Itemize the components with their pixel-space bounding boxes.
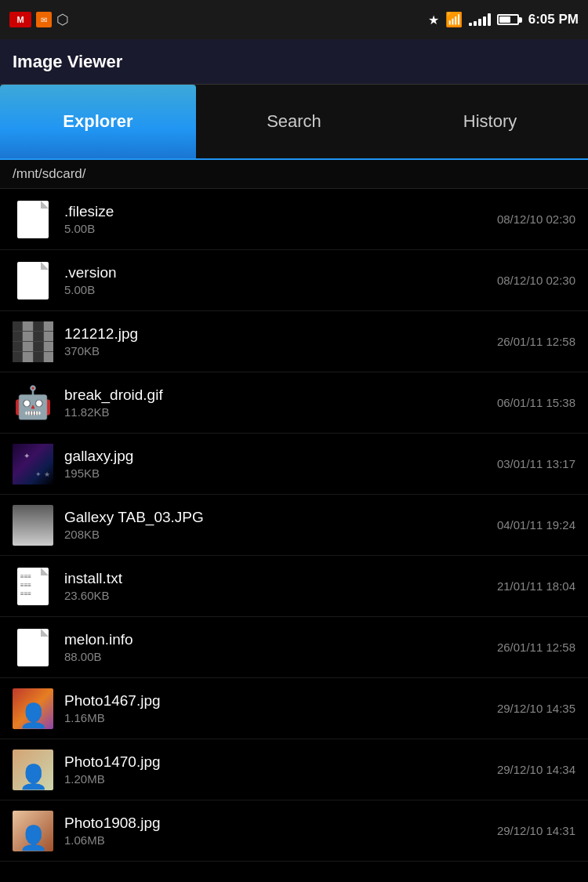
- file-info: Photo1908.jpg 1.06MB: [64, 815, 497, 847]
- file-name: gallaxy.jpg: [64, 448, 497, 465]
- app-title: Image Viewer: [13, 52, 122, 72]
- tab-search[interactable]: Search: [196, 85, 392, 158]
- list-item[interactable]: install.txt 23.60KB 21/01/11 18:04: [0, 556, 588, 617]
- file-name: break_droid.gif: [64, 387, 497, 404]
- file-size: 370KB: [64, 344, 497, 358]
- file-size: 5.00B: [64, 222, 497, 235]
- file-date: 26/01/11 12:58: [497, 641, 575, 654]
- status-right-icons: ★ 📶 6:05 PM: [428, 11, 579, 28]
- file-size: 88.00B: [64, 650, 497, 663]
- signal-icon: [469, 13, 491, 26]
- file-date: 08/12/10 02:30: [497, 274, 575, 287]
- image-thumbnail: [13, 750, 53, 790]
- list-item[interactable]: Gallexy TAB_03.JPG 208KB 04/01/11 19:24: [0, 495, 588, 556]
- file-thumb: [13, 321, 53, 362]
- file-thumb: [13, 444, 53, 485]
- list-item[interactable]: gallaxy.jpg 195KB 03/01/11 13:17: [0, 434, 588, 495]
- image-thumbnail: [13, 321, 53, 362]
- status-left-icons: M ✉ ⬡: [9, 11, 69, 28]
- file-date: 26/01/11 12:58: [497, 335, 575, 348]
- file-thumb: [13, 260, 53, 301]
- status-time: 6:05 PM: [528, 12, 579, 27]
- file-name: Gallexy TAB_03.JPG: [64, 509, 497, 526]
- current-path: /mnt/sdcard/: [13, 166, 86, 181]
- file-info: 121212.jpg 370KB: [64, 325, 497, 358]
- file-date: 29/12/10 14:31: [497, 824, 575, 837]
- file-name: .version: [64, 264, 497, 281]
- bluetooth-icon: ★: [428, 13, 439, 27]
- image-thumbnail: [13, 811, 53, 851]
- file-size: 208KB: [64, 528, 497, 541]
- file-name: Photo1908.jpg: [64, 815, 497, 832]
- file-name: 121212.jpg: [64, 325, 497, 343]
- tab-bar: Explorer Search History: [0, 85, 588, 160]
- file-size: 11.82KB: [64, 405, 497, 419]
- file-name: install.txt: [64, 570, 497, 587]
- file-date: 06/01/11 15:38: [497, 396, 575, 409]
- file-thumb: [13, 505, 53, 546]
- file-info: break_droid.gif 11.82KB: [64, 387, 497, 419]
- wifi-icon: 📶: [445, 11, 463, 28]
- email-icon: ✉: [36, 12, 52, 27]
- list-item[interactable]: melon.info 88.00B 26/01/11 12:58: [0, 617, 588, 678]
- title-bar: Image Viewer: [0, 39, 588, 85]
- list-item[interactable]: Photo1470.jpg 1.20MB 29/12/10 14:34: [0, 739, 588, 800]
- status-bar: M ✉ ⬡ ★ 📶 6:05 PM: [0, 0, 588, 39]
- gmail-icon: M: [9, 12, 31, 27]
- file-size: 23.60KB: [64, 589, 497, 602]
- file-thumb: [13, 199, 53, 240]
- file-date: 04/01/11 19:24: [497, 518, 575, 532]
- file-size: 5.00B: [64, 283, 497, 296]
- txt-file-icon: [17, 568, 49, 605]
- image-thumbnail: [13, 505, 53, 546]
- generic-file-icon: [17, 262, 49, 299]
- file-date: 29/12/10 14:35: [497, 702, 575, 715]
- file-name: Photo1467.jpg: [64, 692, 497, 710]
- file-thumb: [13, 566, 53, 607]
- path-bar: /mnt/sdcard/: [0, 160, 588, 189]
- tab-history[interactable]: History: [392, 85, 588, 158]
- file-info: .filesize 5.00B: [64, 203, 497, 235]
- generic-file-icon: [17, 629, 49, 666]
- image-thumbnail: [13, 444, 53, 485]
- file-list: .filesize 5.00B 08/12/10 02:30 .version …: [0, 189, 588, 882]
- list-item[interactable]: Photo1467.jpg 1.16MB 29/12/10 14:35: [0, 678, 588, 739]
- file-info: Photo1467.jpg 1.16MB: [64, 692, 497, 724]
- generic-file-icon: [17, 201, 49, 238]
- battery-icon: [497, 14, 522, 25]
- file-date: 03/01/11 13:17: [497, 457, 575, 470]
- list-item[interactable]: 🤖 break_droid.gif 11.82KB 06/01/11 15:38: [0, 372, 588, 434]
- file-thumb: 🤖: [13, 383, 53, 423]
- list-item[interactable]: .version 5.00B 08/12/10 02:30: [0, 250, 588, 311]
- file-name: .filesize: [64, 203, 497, 220]
- file-date: 08/12/10 02:30: [497, 212, 575, 226]
- file-info: gallaxy.jpg 195KB: [64, 448, 497, 480]
- file-thumb: [13, 750, 53, 790]
- file-info: melon.info 88.00B: [64, 631, 497, 663]
- tab-explorer[interactable]: Explorer: [0, 85, 196, 158]
- file-info: Photo1470.jpg 1.20MB: [64, 753, 497, 786]
- list-item[interactable]: 121212.jpg 370KB 26/01/11 12:58: [0, 311, 588, 372]
- list-item[interactable]: Photo1908.jpg 1.06MB 29/12/10 14:31: [0, 800, 588, 862]
- file-info: install.txt 23.60KB: [64, 570, 497, 602]
- file-date: 29/12/10 14:34: [497, 763, 575, 776]
- android-icon: 🤖: [13, 384, 53, 421]
- file-name: Photo1470.jpg: [64, 753, 497, 771]
- file-size: 1.06MB: [64, 833, 497, 847]
- file-info: .version 5.00B: [64, 264, 497, 296]
- file-size: 1.16MB: [64, 711, 497, 724]
- file-date: 21/01/11 18:04: [497, 579, 575, 593]
- file-size: 195KB: [64, 466, 497, 480]
- file-name: melon.info: [64, 631, 497, 648]
- file-thumb: [13, 811, 53, 851]
- file-thumb: [13, 627, 53, 668]
- image-thumbnail: [13, 688, 53, 729]
- file-thumb: [13, 688, 53, 729]
- usb-icon: ⬡: [56, 11, 69, 28]
- list-item[interactable]: .filesize 5.00B 08/12/10 02:30: [0, 189, 588, 250]
- file-info: Gallexy TAB_03.JPG 208KB: [64, 509, 497, 541]
- file-size: 1.20MB: [64, 772, 497, 786]
